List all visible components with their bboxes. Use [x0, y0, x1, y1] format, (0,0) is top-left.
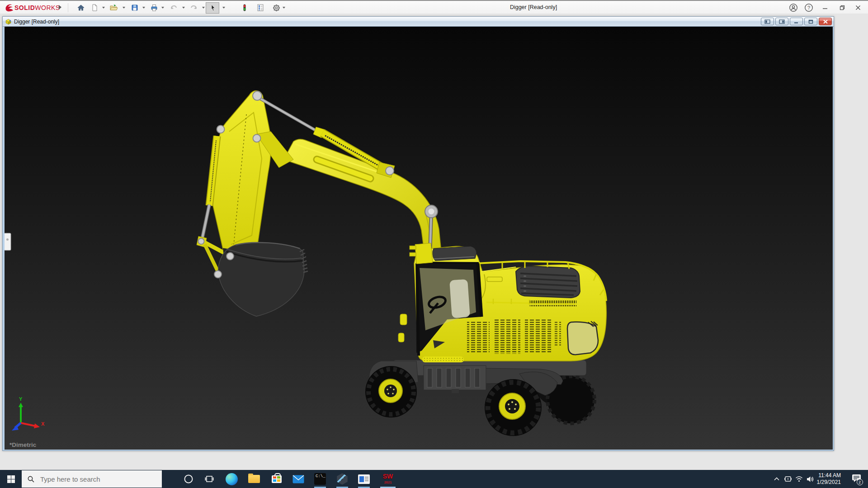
save-button[interactable]	[130, 3, 139, 12]
help-button[interactable]: ?	[804, 3, 814, 13]
print-button[interactable]	[150, 3, 159, 12]
taskbar-clock[interactable]: 11:44 AM 1/29/2021	[806, 472, 841, 486]
triad-x-label: X	[41, 421, 45, 427]
3d-viewport[interactable]: Y X *Dimetric	[5, 27, 833, 450]
solidworks-2021-icon: SW 2021	[383, 473, 393, 485]
taskbar-app-file-explorer[interactable]	[245, 470, 263, 488]
cmd-glyph: C:\	[316, 474, 323, 479]
command-prompt-icon: C:\_	[314, 473, 326, 485]
app-titlebar: SOLIDWORKS	[0, 1, 868, 14]
taskbar: C:\_ SW 2021 11:44 AM 1/29/2021	[0, 470, 868, 488]
start-button[interactable]	[0, 470, 22, 488]
view-orientation-label: *Dimetric	[9, 441, 37, 448]
clock-date: 1/29/2021	[806, 479, 841, 486]
taskbar-app-viewer[interactable]	[355, 470, 373, 488]
new-document-button[interactable]	[90, 3, 99, 12]
undo-dropdown[interactable]	[182, 7, 185, 9]
clock-time: 11:44 AM	[806, 472, 841, 479]
open-button[interactable]	[109, 3, 118, 12]
notification-badge: 2	[857, 479, 863, 485]
toolbar-separator	[68, 3, 68, 12]
close-button[interactable]	[853, 3, 863, 13]
excavator-model[interactable]	[197, 91, 606, 436]
brand-bold-text: SOLID	[14, 4, 35, 11]
select-tool-dropdown[interactable]	[222, 7, 225, 9]
doc-restore-button[interactable]	[804, 18, 817, 25]
edge-icon	[226, 473, 238, 485]
file-explorer-icon	[248, 475, 260, 483]
save-dropdown[interactable]	[142, 7, 145, 9]
sw-year: 2021	[383, 479, 393, 485]
design-review-button[interactable]	[256, 3, 265, 12]
taskbar-app-mail[interactable]	[289, 470, 307, 488]
taskbar-app-edge[interactable]	[222, 470, 241, 488]
redo-button[interactable]	[189, 3, 198, 12]
minimize-button[interactable]	[820, 3, 830, 13]
undo-button[interactable]	[169, 3, 178, 12]
part-file-icon	[5, 19, 12, 25]
screen: SOLIDWORKS	[0, 0, 868, 488]
hexagon-app-icon	[336, 473, 348, 485]
pane-toggle-left-button[interactable]	[761, 18, 774, 25]
orientation-triad: Y X	[12, 396, 45, 431]
search-input[interactable]	[39, 475, 148, 483]
triad-y-label: Y	[19, 396, 23, 402]
print-dropdown[interactable]	[161, 7, 164, 9]
document-title: Digger [Read-only]	[14, 19, 59, 25]
account-button[interactable]	[788, 3, 798, 13]
select-tool-button[interactable]	[208, 3, 217, 12]
taskbar-app-command-prompt[interactable]: C:\_	[311, 470, 329, 488]
tray-wifi-icon[interactable]	[793, 470, 805, 488]
viewer-app-icon	[358, 474, 370, 484]
cortana-button[interactable]	[179, 470, 198, 488]
action-center-button[interactable]: 2	[848, 470, 864, 488]
help-glyph: ?	[807, 5, 810, 10]
document-titlebar[interactable]: Digger [Read-only]	[3, 17, 834, 27]
taskbar-app-solidworks[interactable]: SW 2021	[378, 470, 398, 488]
panel-expand-tab[interactable]	[5, 233, 11, 250]
taskbar-app-edrawings[interactable]	[333, 470, 351, 488]
app-window-title: Digger [Read-only]	[470, 4, 597, 10]
mail-icon	[292, 475, 304, 483]
redo-dropdown[interactable]	[202, 7, 205, 9]
doc-minimize-button[interactable]	[790, 18, 803, 25]
solidworks-logo: SOLIDWORKS	[5, 3, 60, 12]
view-stoplight-button[interactable]	[240, 3, 249, 12]
tray-chevron-button[interactable]	[770, 470, 783, 488]
home-button[interactable]	[76, 3, 85, 12]
tray-display-icon[interactable]	[782, 470, 794, 488]
task-view-button[interactable]	[200, 470, 219, 488]
brand-light-text: WORKS	[35, 4, 60, 11]
settings-gear-button[interactable]	[272, 3, 281, 12]
taskbar-search[interactable]	[22, 470, 162, 488]
sw-glyph: SW	[383, 473, 393, 480]
restore-button[interactable]	[837, 3, 847, 13]
open-dropdown[interactable]	[123, 7, 125, 9]
document-window: Digger [Read-only]	[2, 16, 834, 451]
taskbar-app-store[interactable]	[268, 470, 286, 488]
new-document-dropdown[interactable]	[102, 7, 105, 9]
brand-expand-arrow[interactable]	[59, 5, 61, 9]
search-icon	[27, 475, 35, 483]
microsoft-store-icon	[272, 475, 282, 483]
pane-toggle-right-button[interactable]	[775, 18, 788, 25]
solidworks-mark-icon	[5, 3, 14, 12]
doc-close-button[interactable]	[819, 18, 832, 25]
settings-dropdown[interactable]	[283, 7, 285, 9]
